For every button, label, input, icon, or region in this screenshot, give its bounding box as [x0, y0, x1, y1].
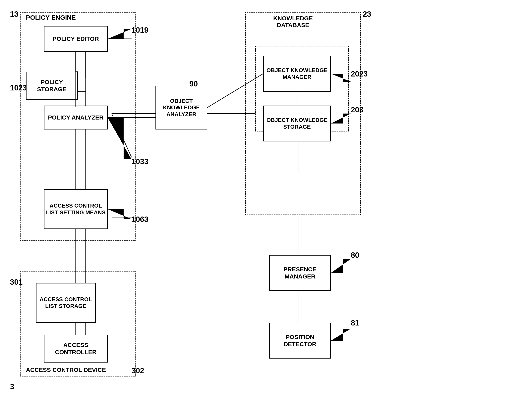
policy-editor-box: POLICY EDITOR	[44, 26, 108, 52]
ref-13: 13	[10, 10, 18, 18]
ref-301: 301	[10, 278, 22, 286]
object-knowledge-analyzer-box: OBJECT KNOWLEDGE ANALYZER	[155, 86, 207, 130]
ref-1063: 1063	[132, 215, 149, 224]
ref-3: 3	[10, 383, 14, 391]
ref-2023: 2023	[351, 70, 368, 78]
policy-engine-label: POLICY ENGINE	[26, 14, 76, 21]
presence-manager-box: PRESENCE MANAGER	[269, 255, 331, 291]
acl-storage-box: ACCESS CONTROL LIST STORAGE	[36, 283, 96, 323]
policy-storage-box: POLICY STORAGE	[26, 72, 78, 100]
acl-setting-means-box: ACCESS CONTROL LIST SETTING MEANS	[44, 189, 108, 229]
policy-analyzer-box: POLICY ANALYZER	[44, 106, 108, 130]
ref-302: 302	[132, 367, 144, 375]
ref-1033: 1033	[132, 157, 149, 166]
ref-1019: 1019	[132, 26, 149, 34]
ref-23: 23	[363, 10, 371, 18]
position-detector-box: POSITION DETECTOR	[269, 323, 331, 359]
ref-81: 81	[351, 319, 359, 327]
ref-90: 90	[189, 80, 198, 88]
access-controller-box: ACCESS CONTROLLER	[44, 335, 108, 362]
ref-203: 203	[351, 106, 363, 114]
object-knowledge-manager-box: OBJECT KNOWLEDGE MANAGER	[263, 56, 331, 92]
knowledge-database-label: KNOWLEDGE DATABASE	[265, 15, 321, 28]
ref-1023: 1023	[10, 84, 27, 92]
object-knowledge-storage-box: OBJECT KNOWLEDGE STORAGE	[263, 106, 331, 141]
ref-80: 80	[351, 251, 359, 260]
access-control-device-label: ACCESS CONTROL DEVICE	[26, 367, 106, 373]
